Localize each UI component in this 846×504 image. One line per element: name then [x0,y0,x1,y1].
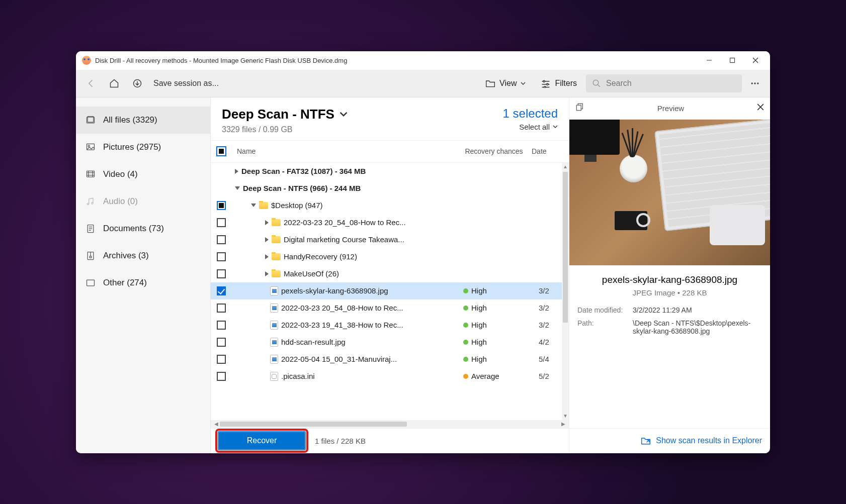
svg-point-13 [751,82,753,84]
date-modified-value: 3/2/2022 11:29 AM [633,306,762,314]
folder-icon [272,236,281,243]
sidebar-item-label: Archives (3) [103,251,149,261]
select-all-button[interactable]: Select all [503,123,558,131]
minimize-button[interactable] [698,51,721,70]
show-in-explorer-link[interactable]: Show scan results in Explorer [656,436,762,445]
overflow-menu[interactable] [745,78,765,88]
row-checkbox[interactable] [217,321,226,330]
search-box[interactable] [586,74,742,92]
recovery-dot-icon [463,306,468,311]
row-checkbox[interactable] [217,372,226,381]
row-name: MakeUseOf (26) [284,269,339,278]
chevron-down-icon [553,124,558,129]
svg-rect-33 [90,256,91,257]
row-checkbox[interactable] [217,304,226,313]
svg-point-26 [92,202,93,204]
folder-row[interactable]: 2022-03-23 20_54_08-How to Rec... [211,214,569,231]
row-checkbox[interactable] [217,218,226,227]
copy-icon [575,103,584,112]
expand-toggle[interactable] [251,204,256,207]
row-name: Deep Scan - FAT32 (1087) - 364 MB [241,167,366,175]
recover-button[interactable]: Recover [218,431,306,450]
app-window: Disk Drill - All recovery methods - Moun… [76,51,770,453]
path-label: Path: [577,319,633,335]
folder-row[interactable]: $Desktop (947) [211,197,569,214]
row-checkbox[interactable] [217,338,226,347]
recovery-label: High [471,304,487,312]
file-list-panel: Deep Scan - NTFS 3329 files / 0.99 GB 1 … [211,97,569,453]
save-session-button[interactable]: Save session as... [153,79,219,88]
expand-toggle[interactable] [235,169,238,174]
sidebar-item[interactable]: Audio (0) [76,188,210,215]
file-row[interactable]: .picasa.iniAverage5/2 [211,368,569,385]
column-headers: Name ⌄Recovery chances Date [211,141,569,163]
file-row[interactable]: 2022-03-23 20_54_08-How to Rec...High3/2 [211,299,569,317]
svg-rect-20 [87,171,95,177]
download-button[interactable] [127,73,147,93]
master-checkbox[interactable] [216,146,226,156]
home-button[interactable] [104,73,124,93]
row-checkbox[interactable] [217,252,226,261]
expand-toggle[interactable] [265,237,269,242]
folder-row[interactable]: Digital marketing Course Takeawa... [211,231,569,248]
row-checkbox[interactable] [217,355,226,364]
col-date[interactable]: Date [532,147,562,155]
archive-icon [85,250,96,261]
expand-toggle[interactable] [265,220,269,225]
folder-row[interactable]: HandyRecovery (912) [211,248,569,265]
open-external-button[interactable] [575,103,584,114]
col-name[interactable]: Name [232,147,456,155]
row-checkbox[interactable] [217,235,226,244]
sidebar-item[interactable]: All files (3329) [76,107,210,134]
chevron-down-icon[interactable] [340,110,348,118]
row-checkbox[interactable] [217,201,226,210]
sidebar-item[interactable]: Documents (73) [76,215,210,242]
maximize-button[interactable] [721,51,744,70]
vertical-scrollbar[interactable]: ▲ ▼ [562,163,569,420]
row-name: 2022-03-23 20_54_08-How to Rec... [284,218,406,227]
row-checkbox[interactable] [217,286,226,295]
file-row[interactable]: pexels-skylar-kang-6368908.jpgHigh3/2 [211,282,569,299]
sidebar-item-label: All files (3329) [103,115,157,125]
date-modified-label: Date modified: [577,306,633,314]
expand-toggle[interactable] [265,254,269,259]
close-preview-button[interactable] [757,104,764,113]
file-row[interactable]: 2022-05-04 15_00_31-Manuviraj...High5/4 [211,351,569,368]
app-icon [82,56,91,65]
sidebar-item[interactable]: Other (274) [76,269,210,296]
sidebar: All files (3329)Pictures (2975)Video (4)… [76,97,211,453]
expand-toggle[interactable] [235,186,240,190]
horizontal-scrollbar[interactable]: ◀ ▶ [211,420,569,428]
picture-icon [85,142,96,153]
close-button[interactable] [744,51,767,70]
row-checkbox[interactable] [217,269,226,278]
recovery-dot-icon [463,323,468,328]
search-input[interactable] [606,79,736,88]
row-name: hdd-scan-result.jpg [281,338,346,346]
sidebar-item[interactable]: Archives (3) [76,242,210,269]
sidebar-item[interactable]: Pictures (2975) [76,134,210,161]
list-header: Deep Scan - NTFS 3329 files / 0.99 GB 1 … [211,97,569,141]
file-row[interactable]: hdd-scan-result.jpgHigh4/2 [211,334,569,351]
row-name: Deep Scan - NTFS (966) - 244 MB [243,184,361,192]
recovery-dot-icon [463,288,468,293]
image-file-icon [270,286,278,295]
preview-meta: JPEG Image • 228 KB [577,288,762,297]
filters-button[interactable]: Filters [535,73,583,93]
svg-point-10 [544,86,546,88]
folder-row[interactable]: MakeUseOf (26) [211,265,569,282]
section-row[interactable]: Deep Scan - NTFS (966) - 244 MB [211,180,569,197]
col-recovery[interactable]: ⌄Recovery chances [456,147,532,155]
view-dropdown[interactable]: View [479,73,532,93]
sidebar-item-label: Audio (0) [103,196,138,207]
sidebar-item[interactable]: Video (4) [76,161,210,188]
back-button[interactable] [81,73,101,93]
section-row[interactable]: Deep Scan - FAT32 (1087) - 364 MB [211,163,569,180]
svg-point-6 [543,80,545,82]
preview-filename: pexels-skylar-kang-6368908.jpg [577,274,762,285]
expand-toggle[interactable] [265,271,269,276]
row-name: HandyRecovery (912) [284,252,357,261]
view-label: View [499,79,517,88]
file-row[interactable]: 2022-03-23 19_41_38-How to Rec...High3/2 [211,317,569,334]
svg-point-14 [754,82,755,84]
